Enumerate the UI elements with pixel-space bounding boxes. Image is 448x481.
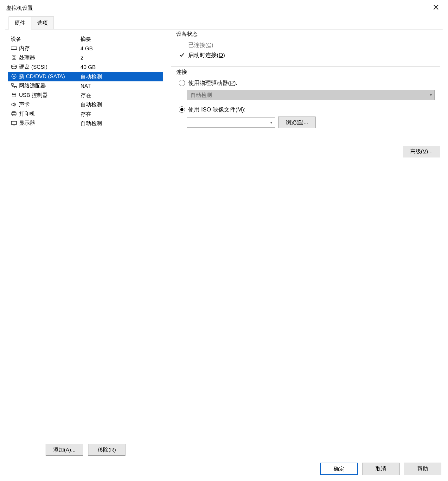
tab-options[interactable]: 选项 [31, 16, 54, 29]
device-row-cpu[interactable]: 处理器 2 [8, 54, 163, 63]
svg-point-4 [12, 74, 16, 79]
device-status-group: 设备状态 已连接(C) 启动时连接(O) [171, 34, 440, 67]
device-name: 网络适配器 [19, 82, 46, 89]
device-summary: 40 GB [78, 63, 163, 72]
device-name: 显示器 [19, 119, 35, 127]
device-name: 硬盘 (SCSI) [19, 63, 48, 71]
device-row-memory[interactable]: 内存 4 GB [8, 44, 163, 54]
cd-icon [11, 73, 17, 79]
device-row-network[interactable]: 网络适配器 NAT [8, 81, 163, 91]
device-name: 处理器 [19, 54, 35, 61]
sound-icon [11, 102, 17, 107]
physical-drive-radio[interactable] [179, 80, 185, 86]
device-row-printer[interactable]: 打印机 存在 [8, 110, 163, 119]
memory-icon [11, 46, 17, 51]
device-summary: 2 [78, 54, 163, 63]
remove-button[interactable]: 移除(R) [88, 444, 125, 456]
tab-bar: 硬件 选项 [0, 16, 448, 29]
device-summary: NAT [78, 81, 163, 91]
close-button[interactable] [429, 3, 443, 13]
device-summary: 自动检测 [78, 119, 163, 128]
cancel-button[interactable]: 取消 [362, 463, 400, 475]
svg-point-3 [11, 65, 16, 67]
svg-rect-11 [13, 111, 15, 113]
col-summary: 摘要 [78, 34, 163, 44]
hdd-icon [11, 64, 17, 70]
iso-file-label: 使用 ISO 映像文件(M): [188, 106, 246, 113]
device-name: USB 控制器 [19, 92, 48, 99]
device-row-display[interactable]: 显示器 自动检测 [8, 119, 163, 128]
svg-rect-10 [12, 113, 16, 115]
physical-drive-select: 自动检测 ▾ [187, 90, 435, 100]
device-status-legend: 设备状态 [174, 30, 200, 38]
svg-rect-0 [11, 47, 17, 49]
device-summary: 存在 [78, 110, 163, 119]
connection-group: 连接 使用物理驱动器(P): 自动检测 ▾ 使用 ISO 映像文件(M): [171, 72, 440, 139]
svg-rect-6 [11, 84, 13, 85]
connect-at-poweron-label: 启动时连接(O) [188, 51, 225, 59]
device-name: 内存 [19, 45, 30, 52]
col-device: 设备 [8, 34, 78, 44]
connected-checkbox [179, 42, 185, 48]
device-summary: 自动检测 [78, 72, 163, 82]
add-button[interactable]: 添加(A)... [46, 444, 83, 456]
chevron-down-icon: ▾ [270, 120, 272, 125]
device-summary: 4 GB [78, 44, 163, 54]
cpu-icon [11, 55, 17, 60]
svg-rect-2 [13, 57, 15, 59]
usb-icon [11, 92, 17, 98]
svg-point-5 [13, 76, 15, 77]
svg-rect-9 [12, 95, 16, 97]
printer-icon [11, 111, 17, 117]
network-icon [11, 83, 17, 89]
ok-button[interactable]: 确定 [320, 463, 358, 475]
connect-at-poweron-checkbox[interactable] [179, 52, 185, 58]
advanced-button[interactable]: 高级(V)... [403, 146, 440, 157]
window-title: 虚拟机设置 [6, 4, 33, 12]
titlebar: 虚拟机设置 [0, 0, 448, 16]
display-icon [11, 120, 17, 126]
device-summary: 存在 [78, 91, 163, 100]
svg-rect-1 [12, 56, 16, 60]
device-row-sound[interactable]: 声卡 自动检测 [8, 100, 163, 110]
device-list[interactable]: 设备 摘要 内存 4 GB 处理器 2 [8, 34, 163, 440]
iso-file-radio[interactable] [179, 106, 185, 113]
close-icon [433, 4, 439, 12]
device-row-cddvd[interactable]: 新 CD/DVD (SATA) 自动检测 [8, 72, 163, 82]
tab-hardware[interactable]: 硬件 [9, 16, 31, 29]
browse-button[interactable]: 浏览(B)... [278, 117, 316, 128]
device-name: 打印机 [19, 110, 35, 117]
device-summary: 自动检测 [78, 100, 163, 110]
connected-label: 已连接(C) [188, 41, 213, 49]
help-button[interactable]: 帮助 [404, 463, 441, 475]
device-name: 新 CD/DVD (SATA) [19, 73, 65, 80]
device-row-usb[interactable]: USB 控制器 存在 [8, 91, 163, 100]
physical-drive-label: 使用物理驱动器(P): [188, 79, 237, 87]
svg-rect-8 [13, 93, 15, 95]
svg-rect-7 [15, 86, 16, 88]
device-name: 声卡 [19, 101, 30, 108]
iso-path-input[interactable]: ▾ [187, 117, 275, 128]
footer-buttons: 确定 取消 帮助 [0, 458, 448, 481]
device-row-hdd[interactable]: 硬盘 (SCSI) 40 GB [8, 63, 163, 72]
svg-rect-13 [11, 121, 16, 124]
connection-legend: 连接 [174, 68, 189, 76]
chevron-down-icon: ▾ [430, 93, 432, 97]
